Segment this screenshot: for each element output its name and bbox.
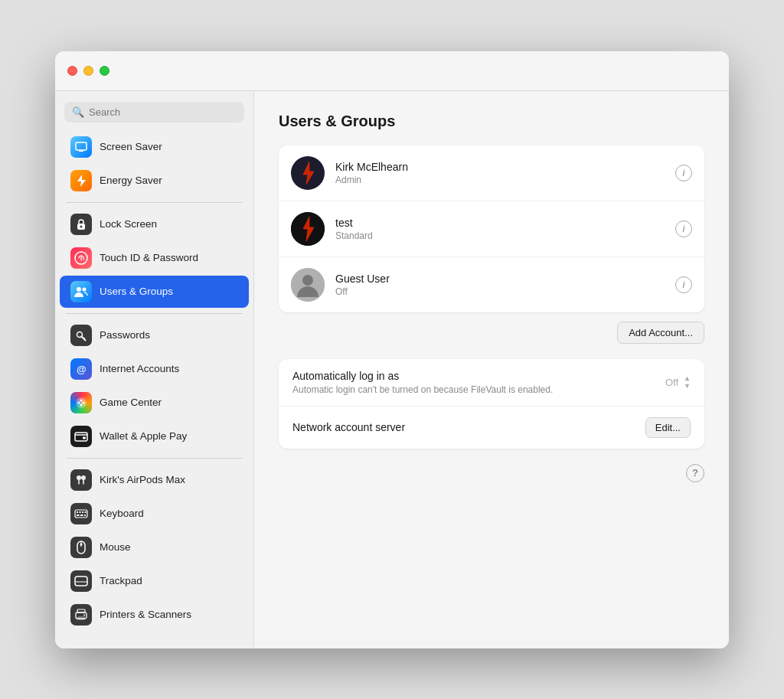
network-account-row: Network account server Edit... (279, 407, 704, 449)
sidebar-item-label-keyboard: Keyboard (100, 507, 144, 521)
sidebar-item-label-users-groups: Users & Groups (100, 285, 173, 299)
passwords-icon (70, 325, 92, 346)
sidebar-item-mouse[interactable]: Mouse (60, 531, 249, 563)
screen-saver-icon (70, 136, 92, 158)
user-role-kirk: Admin (335, 175, 665, 185)
svg-point-18 (81, 475, 86, 480)
sidebar-item-airpods[interactable]: Kirk's AirPods Max (60, 464, 249, 496)
svg-rect-19 (75, 510, 87, 518)
sidebar-item-lock-screen[interactable]: Lock Screen (60, 208, 249, 240)
svg-point-17 (77, 475, 81, 480)
sidebar-item-label-energy-saver: Energy Saver (100, 174, 162, 188)
info-button-guest[interactable]: i (675, 276, 692, 293)
help-area: ? (279, 458, 704, 488)
auto-login-label: Automatically log in as (292, 370, 665, 382)
svg-rect-15 (75, 433, 87, 441)
minimize-button[interactable] (83, 66, 93, 76)
sidebar-item-label-game-center: Game Center (100, 396, 162, 410)
traffic-lights (67, 66, 109, 76)
svg-point-10 (76, 397, 87, 408)
sidebar-item-touch-id[interactable]: Touch ID & Password (60, 242, 249, 274)
svg-rect-24 (77, 514, 80, 516)
page-title: Users & Groups (279, 113, 704, 130)
svg-point-6 (83, 287, 87, 291)
svg-rect-33 (77, 609, 85, 612)
keyboard-icon (70, 503, 92, 524)
svg-point-14 (80, 403, 83, 406)
sidebar-item-passwords[interactable]: Passwords (60, 319, 249, 351)
svg-point-3 (80, 225, 83, 227)
sidebar-item-label-touch-id: Touch ID & Password (100, 251, 198, 265)
sidebar-item-label-screen-saver: Screen Saver (100, 140, 162, 154)
info-button-kirk[interactable]: i (675, 165, 692, 181)
sidebar-item-label-internet-accounts: Internet Accounts (100, 362, 179, 376)
search-box[interactable]: 🔍 (64, 102, 244, 122)
add-account-button[interactable]: Add Account... (617, 322, 704, 344)
svg-rect-1 (79, 150, 83, 152)
help-button[interactable]: ? (686, 464, 704, 482)
sidebar-item-game-center[interactable]: Game Center (60, 387, 249, 419)
info-button-test[interactable]: i (675, 220, 692, 237)
stepper-arrows[interactable]: ▲ ▼ (684, 375, 691, 390)
sidebar-item-keyboard[interactable]: Keyboard (60, 498, 249, 530)
airpods-icon (70, 469, 92, 491)
sidebar-item-label-wallet: Wallet & Apple Pay (100, 430, 187, 443)
sidebar: 🔍 Screen Saver Energy Saver (55, 91, 254, 648)
svg-rect-30 (75, 577, 87, 586)
table-row: test Standard i (279, 201, 704, 257)
maximize-button[interactable] (100, 66, 109, 76)
sidebar-item-wallet[interactable]: Wallet & Apple Pay (60, 420, 249, 452)
close-button[interactable] (67, 66, 77, 76)
sidebar-item-printers[interactable]: Printers & Scanners (60, 599, 249, 631)
svg-point-29 (80, 543, 83, 545)
user-info-guest: Guest User Off (335, 273, 665, 297)
svg-rect-26 (84, 514, 86, 516)
internet-accounts-icon: @ (70, 358, 92, 380)
svg-rect-20 (77, 511, 78, 513)
sidebar-item-label-printers: Printers & Scanners (100, 608, 191, 622)
svg-rect-16 (83, 436, 86, 439)
trackpad-icon (70, 570, 92, 592)
stepper-down-icon[interactable]: ▼ (684, 383, 691, 390)
sidebar-item-trackpad[interactable]: Trackpad (60, 565, 249, 597)
lock-screen-icon (70, 214, 92, 235)
avatar-test (291, 212, 325, 246)
sidebar-item-screen-saver[interactable]: Screen Saver (60, 131, 249, 163)
svg-rect-0 (76, 142, 87, 150)
svg-text:@: @ (77, 364, 87, 375)
table-row: Kirk McElhearn Admin i (279, 145, 704, 201)
stepper-up-icon[interactable]: ▲ (684, 375, 691, 382)
svg-rect-34 (77, 616, 85, 620)
avatar-guest (291, 268, 325, 302)
auto-login-sublabel: Automatic login can't be turned on becau… (292, 384, 665, 395)
settings-section: Automatically log in as Automatic login … (279, 359, 704, 449)
main-panel: Users & Groups Kirk McElhearn Admin (254, 91, 729, 648)
edit-button[interactable]: Edit... (645, 417, 691, 438)
user-name-test: test (335, 217, 665, 229)
game-center-icon (70, 392, 92, 413)
user-name-kirk: Kirk McElhearn (335, 161, 665, 173)
auto-login-value: Off ▲ ▼ (665, 375, 691, 390)
auto-login-value-text: Off (665, 377, 678, 388)
svg-point-41 (302, 275, 313, 286)
svg-rect-23 (85, 511, 87, 513)
energy-saver-icon (70, 170, 92, 191)
network-account-label: Network account server (292, 421, 645, 433)
mouse-icon (70, 537, 92, 558)
add-account-row: Add Account... (279, 322, 704, 344)
user-info-test: test Standard (335, 217, 665, 241)
sidebar-item-internet-accounts[interactable]: @ Internet Accounts (60, 353, 249, 385)
network-account-info: Network account server (292, 421, 645, 433)
wallet-icon (70, 426, 92, 447)
avatar-kirk (291, 156, 325, 190)
users-card: Kirk McElhearn Admin i (279, 145, 704, 312)
svg-rect-21 (80, 511, 81, 513)
sidebar-item-label-passwords: Passwords (100, 328, 150, 342)
sidebar-item-energy-saver[interactable]: Energy Saver (60, 165, 249, 197)
svg-rect-25 (80, 514, 83, 516)
svg-point-35 (83, 614, 85, 616)
sidebar-item-users-groups[interactable]: Users & Groups (60, 276, 249, 308)
users-icon (70, 281, 92, 302)
search-input[interactable] (89, 106, 237, 118)
system-preferences-window: 🔍 Screen Saver Energy Saver (55, 51, 729, 648)
